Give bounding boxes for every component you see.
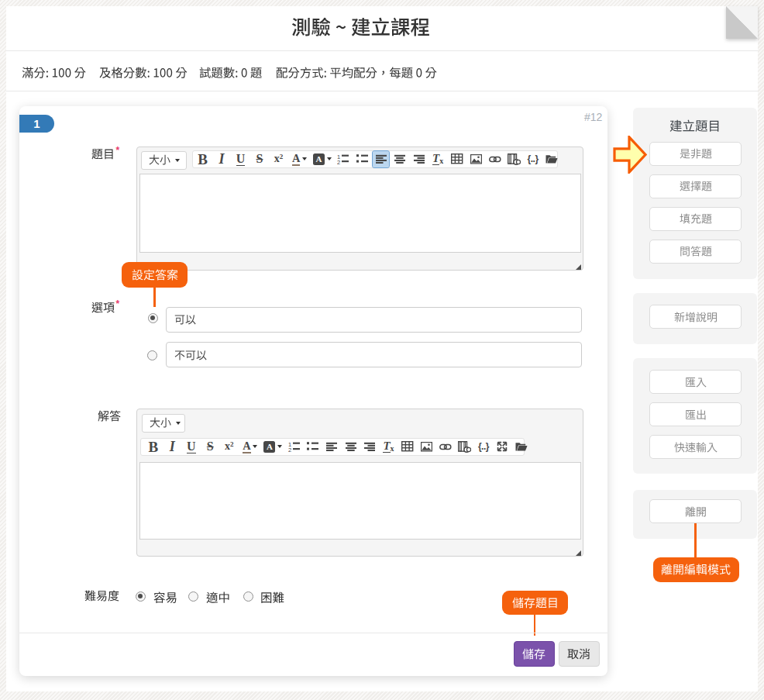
svg-text:2: 2 bbox=[337, 159, 340, 164]
svg-text:2: 2 bbox=[288, 447, 291, 452]
